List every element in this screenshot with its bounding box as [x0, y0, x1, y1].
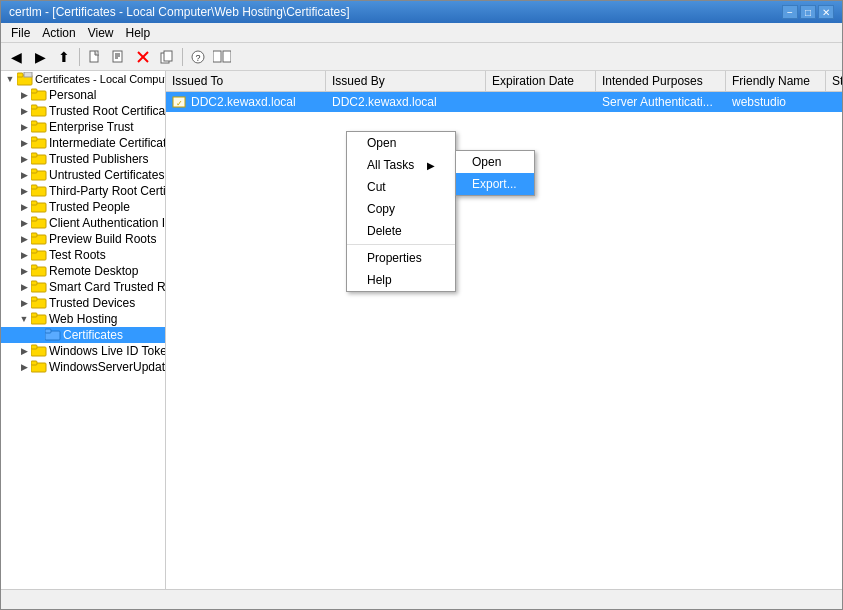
- context-menu-item-help[interactable]: Help: [347, 269, 455, 291]
- svg-rect-41: [31, 281, 37, 285]
- folder-icon-preview-build: [31, 232, 47, 246]
- tree-label-smart-card: Smart Card Trusted Roots: [49, 280, 166, 294]
- svg-rect-47: [45, 329, 51, 333]
- tree-item-web-hosting[interactable]: ▼Web Hosting: [1, 311, 165, 327]
- tree-label-untrusted: Untrusted Certificates: [49, 168, 164, 182]
- context-separator: [347, 244, 455, 245]
- window-controls: − □ ✕: [782, 5, 834, 19]
- cell-expiration: [486, 101, 596, 103]
- menu-action[interactable]: Action: [36, 25, 81, 40]
- svg-rect-39: [31, 265, 37, 269]
- context-menu-item-all-tasks[interactable]: All Tasks ▶: [347, 154, 455, 176]
- tree-item-remote-desktop[interactable]: ▶Remote Desktop: [1, 263, 165, 279]
- root-folder-icon: [17, 72, 33, 86]
- tree-item-untrusted[interactable]: ▶Untrusted Certificates: [1, 167, 165, 183]
- window-title: certlm - [Certificates - Local Computer\…: [9, 5, 350, 19]
- forward-button[interactable]: ▶: [29, 46, 51, 68]
- tree-item-trusted-publishers[interactable]: ▶Trusted Publishers: [1, 151, 165, 167]
- tree-root[interactable]: ▼ Certificates - Local Computer: [1, 71, 165, 87]
- col-expiration[interactable]: Expiration Date: [486, 71, 596, 91]
- tree-label-enterprise: Enterprise Trust: [49, 120, 134, 134]
- svg-rect-12: [223, 51, 231, 62]
- delete-button[interactable]: [132, 46, 154, 68]
- tree-item-windows-live[interactable]: ▶Windows Live ID Token Issuer: [1, 343, 165, 359]
- expand-icon-windows-server: ▶: [17, 360, 31, 374]
- folder-icon-smart-card: [31, 280, 47, 294]
- toolbar-sep-2: [182, 48, 183, 66]
- tree-item-smart-card[interactable]: ▶Smart Card Trusted Roots: [1, 279, 165, 295]
- svg-rect-14: [17, 73, 23, 77]
- tree-label-preview-build: Preview Build Roots: [49, 232, 156, 246]
- status-bar: [1, 589, 842, 609]
- col-issued-to[interactable]: Issued To: [166, 71, 326, 91]
- svg-rect-23: [31, 137, 37, 141]
- context-menu-item-copy[interactable]: Copy: [347, 198, 455, 220]
- expand-icon-test-roots: ▶: [17, 248, 31, 262]
- main-window: certlm - [Certificates - Local Computer\…: [0, 0, 843, 610]
- context-menu-item-cut[interactable]: Cut: [347, 176, 455, 198]
- tree-label-third-party: Third-Party Root Certificatio: [49, 184, 166, 198]
- expand-icon-trusted-devices: ▶: [17, 296, 31, 310]
- menu-view[interactable]: View: [82, 25, 120, 40]
- expand-icon-windows-live: ▶: [17, 344, 31, 358]
- copy-button[interactable]: [156, 46, 178, 68]
- table-row[interactable]: ✓ DDC2.kewaxd.local DDC2.kewaxd.local Se…: [166, 92, 842, 112]
- tree-item-trusted-people[interactable]: ▶Trusted People: [1, 199, 165, 215]
- extra-button[interactable]: [211, 46, 233, 68]
- cell-intended: Server Authenticati...: [596, 94, 726, 110]
- minimize-button[interactable]: −: [782, 5, 798, 19]
- menu-file[interactable]: File: [5, 25, 36, 40]
- submenu-item-export[interactable]: Export...: [456, 173, 534, 195]
- folder-icon-third-party: [31, 184, 47, 198]
- col-status[interactable]: Status: [826, 71, 842, 91]
- expand-icon-enterprise: ▶: [17, 120, 31, 134]
- tree-panel: ▼ Certificates - Local Computer ▶Persona…: [1, 71, 166, 589]
- tree-label-trusted-publishers: Trusted Publishers: [49, 152, 149, 166]
- context-menu-item-properties[interactable]: Properties: [347, 247, 455, 269]
- col-intended[interactable]: Intended Purposes: [596, 71, 726, 91]
- tree-item-windows-server[interactable]: ▶WindowsServerUpdateService: [1, 359, 165, 375]
- svg-rect-21: [31, 121, 37, 125]
- tree-item-test-roots[interactable]: ▶Test Roots: [1, 247, 165, 263]
- context-submenu: Open Export...: [455, 150, 535, 196]
- tree-label-web-hosting: Web Hosting: [49, 312, 117, 326]
- tree-label-windows-live: Windows Live ID Token Issuer: [49, 344, 166, 358]
- col-friendly[interactable]: Friendly Name: [726, 71, 826, 91]
- tree-item-third-party[interactable]: ▶Third-Party Root Certificatio: [1, 183, 165, 199]
- folder-icon-client-auth: [31, 216, 47, 230]
- svg-rect-27: [31, 169, 37, 173]
- tree-item-trusted-devices[interactable]: ▶Trusted Devices: [1, 295, 165, 311]
- title-bar: certlm - [Certificates - Local Computer\…: [1, 1, 842, 23]
- context-menu-item-delete[interactable]: Delete: [347, 220, 455, 242]
- expand-icon-preview-build: ▶: [17, 232, 31, 246]
- close-button[interactable]: ✕: [818, 5, 834, 19]
- edit-button[interactable]: [108, 46, 130, 68]
- tree-label-personal: Personal: [49, 88, 96, 102]
- up-button[interactable]: ⬆: [53, 46, 75, 68]
- tree-item-client-auth[interactable]: ▶Client Authentication Issuers: [1, 215, 165, 231]
- tree-item-enterprise[interactable]: ▶Enterprise Trust: [1, 119, 165, 135]
- expand-icon-remote-desktop: ▶: [17, 264, 31, 278]
- submenu-item-open[interactable]: Open: [456, 151, 534, 173]
- expand-icon-web-hosting: ▼: [17, 312, 31, 326]
- maximize-button[interactable]: □: [800, 5, 816, 19]
- col-issued-by[interactable]: Issued By: [326, 71, 486, 91]
- list-header: Issued To Issued By Expiration Date Inte…: [166, 71, 842, 92]
- tree-item-certificates[interactable]: Certificates: [1, 327, 165, 343]
- new-button[interactable]: [84, 46, 106, 68]
- folder-icon-untrusted: [31, 168, 47, 182]
- context-menu-item-open[interactable]: Open: [347, 132, 455, 154]
- help-button[interactable]: ?: [187, 46, 209, 68]
- tree-item-trusted-root[interactable]: ▶Trusted Root Certification Au: [1, 103, 165, 119]
- tree-item-preview-build[interactable]: ▶Preview Build Roots: [1, 231, 165, 247]
- folder-icon-intermediate: [31, 136, 47, 150]
- menu-help[interactable]: Help: [120, 25, 157, 40]
- folder-icon-personal: [31, 88, 47, 102]
- expand-icon-client-auth: ▶: [17, 216, 31, 230]
- tree-items-container: ▶Personal▶Trusted Root Certification Au▶…: [1, 87, 165, 375]
- tree-item-intermediate[interactable]: ▶Intermediate Certification Au: [1, 135, 165, 151]
- menu-bar: File Action View Help: [1, 23, 842, 43]
- folder-icon-trusted-devices: [31, 296, 47, 310]
- tree-item-personal[interactable]: ▶Personal: [1, 87, 165, 103]
- back-button[interactable]: ◀: [5, 46, 27, 68]
